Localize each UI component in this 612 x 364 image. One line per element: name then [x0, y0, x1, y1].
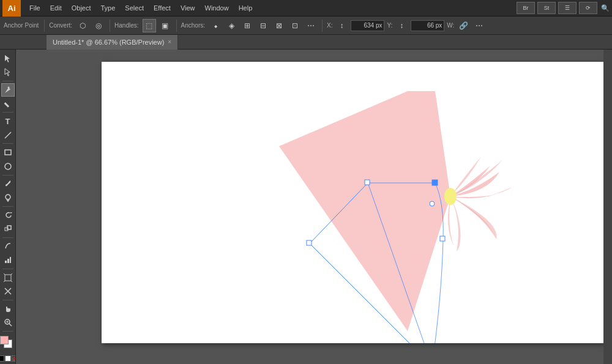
- text-tool-btn[interactable]: T: [1, 114, 15, 128]
- tab-title: Untitled-1* @ 66.67% (RGB/Preview): [53, 39, 164, 46]
- handles-style-btn[interactable]: ▣: [159, 19, 172, 32]
- convert-label: Convert:: [49, 22, 72, 29]
- w-label: W:: [447, 22, 454, 29]
- line-tool-btn[interactable]: [1, 128, 15, 142]
- anchor-point-label: Anchor Point: [4, 22, 39, 29]
- svg-point-2: [7, 86, 9, 88]
- main-layout: T: [0, 50, 612, 364]
- svg-point-6: [5, 163, 11, 169]
- color-swatches[interactable]: [0, 336, 16, 352]
- svg-rect-13: [10, 257, 11, 263]
- svg-rect-11: [5, 261, 7, 263]
- search-icon: 🔍: [601, 4, 610, 12]
- y-value-input[interactable]: [411, 20, 444, 31]
- direct-select-tool-btn[interactable]: [1, 66, 15, 80]
- menu-bar: Ai File Edit Object Type Select Effect V…: [0, 0, 612, 17]
- svg-rect-12: [7, 259, 9, 263]
- handles-label: Handles:: [114, 22, 138, 29]
- menu-type[interactable]: Type: [96, 0, 121, 17]
- constrain-btn[interactable]: 🔗: [457, 19, 470, 32]
- svg-rect-5: [5, 150, 11, 155]
- app-logo: Ai: [2, 0, 21, 17]
- white-swatch[interactable]: [5, 355, 11, 362]
- select-tool-btn[interactable]: [1, 52, 15, 65]
- pen-tool-btn[interactable]: [1, 83, 15, 97]
- tab-close-btn[interactable]: ×: [168, 39, 171, 45]
- menu-effect[interactable]: Effect: [149, 0, 176, 17]
- scroll-bar[interactable]: [603, 50, 612, 364]
- pencil-tool-btn[interactable]: [1, 97, 15, 111]
- svg-rect-3: [4, 102, 9, 107]
- artwork-svg: [102, 62, 603, 343]
- menu-select[interactable]: Select: [120, 0, 149, 17]
- svg-line-15: [4, 273, 5, 275]
- svg-point-25: [444, 188, 457, 205]
- none-swatch[interactable]: ⊘: [12, 355, 17, 362]
- arrange-button[interactable]: ☰: [558, 2, 577, 14]
- divider-3: [176, 20, 177, 32]
- tool-sep-1: [2, 81, 13, 81]
- anchors-align-btn2[interactable]: ⊡: [288, 19, 302, 32]
- hand-tool-btn[interactable]: [1, 302, 15, 316]
- convert-smooth-btn[interactable]: ◎: [92, 19, 105, 32]
- tab-bar: Untitled-1* @ 66.67% (RGB/Preview) ×: [0, 35, 612, 50]
- svg-rect-14: [5, 275, 11, 281]
- black-swatch[interactable]: [0, 355, 4, 362]
- anchors-align-v-btn[interactable]: ⊠: [272, 19, 286, 32]
- svg-line-18: [11, 281, 12, 282]
- divider-4: [322, 20, 323, 32]
- tool-sep-9: [2, 331, 13, 332]
- x-value-input[interactable]: [351, 20, 384, 31]
- x-unit-btn[interactable]: ↕: [335, 19, 348, 32]
- scale-tool-btn[interactable]: [1, 222, 15, 236]
- menu-window[interactable]: Window: [200, 0, 234, 17]
- color-area: ⊘: [0, 336, 16, 362]
- anchors-label: Anchors:: [181, 22, 205, 29]
- svg-line-22: [9, 324, 12, 326]
- warp-tool-btn[interactable]: [1, 240, 15, 253]
- svg-point-30: [430, 201, 435, 206]
- convert-corner-btn[interactable]: ⬡: [76, 19, 89, 32]
- fill-swatch[interactable]: [0, 336, 9, 344]
- tool-sep-6: [2, 237, 13, 238]
- handles-type-btn[interactable]: ⬚: [143, 19, 156, 32]
- stock-button[interactable]: St: [537, 2, 556, 14]
- svg-rect-29: [440, 236, 445, 241]
- svg-line-16: [11, 273, 12, 275]
- x-label: X:: [327, 22, 332, 29]
- svg-rect-31: [307, 240, 312, 245]
- menu-help[interactable]: Help: [234, 0, 258, 17]
- canvas-area[interactable]: [16, 50, 612, 364]
- artboard-tool-btn[interactable]: [1, 271, 15, 284]
- slice-tool-btn[interactable]: [1, 284, 15, 298]
- tool-sep-4: [2, 175, 13, 176]
- bridge-button[interactable]: Br: [517, 2, 535, 14]
- y-unit-btn[interactable]: ↕: [395, 19, 408, 32]
- graph-tool-btn[interactable]: [1, 253, 15, 267]
- anchor-tl: [365, 180, 370, 185]
- rect-tool-btn[interactable]: [1, 146, 15, 159]
- top-toolbar: Anchor Point Convert: ⬡ ◎ Handles: ⬚ ▣ A…: [0, 17, 612, 35]
- zoom-tool-btn[interactable]: [1, 316, 15, 329]
- svg-line-17: [4, 281, 5, 282]
- ellipse-tool-btn[interactable]: [1, 160, 15, 173]
- more-options-btn[interactable]: ⋯: [472, 19, 486, 32]
- anchors-more-btn[interactable]: ⋯: [304, 19, 318, 32]
- anchors-distribute-btn[interactable]: ⊞: [241, 19, 254, 32]
- anchors-align-h-btn[interactable]: ⊟: [256, 19, 270, 32]
- paintbrush-tool-btn[interactable]: [1, 177, 15, 190]
- svg-marker-1: [5, 69, 10, 76]
- menu-view[interactable]: View: [176, 0, 200, 17]
- document-tab[interactable]: Untitled-1* @ 66.67% (RGB/Preview) ×: [47, 35, 178, 50]
- menu-file[interactable]: File: [24, 0, 45, 17]
- blob-brush-tool-btn[interactable]: [1, 191, 15, 204]
- anchors-show-btn[interactable]: ⬥: [209, 19, 222, 32]
- tool-sep-8: [2, 300, 13, 300]
- rotate-tool-btn[interactable]: [1, 209, 15, 222]
- anchors-hide-btn[interactable]: ◈: [225, 19, 238, 32]
- sync-button[interactable]: ⟳: [579, 2, 597, 14]
- tool-sep-3: [2, 143, 13, 144]
- menu-edit[interactable]: Edit: [45, 0, 67, 17]
- menu-object[interactable]: Object: [67, 0, 96, 17]
- svg-rect-28: [432, 180, 438, 185]
